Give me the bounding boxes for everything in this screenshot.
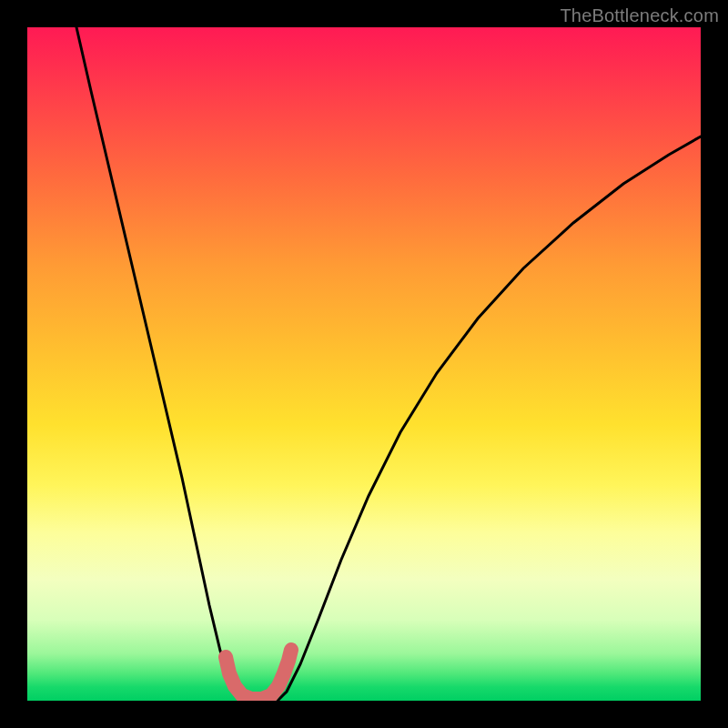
chart-plot-area [27, 27, 701, 701]
curve-left-branch [76, 27, 246, 701]
watermark-text: TheBottleneck.com [560, 5, 719, 26]
chart-svg [27, 27, 701, 701]
curve-bottom-lobe [226, 650, 291, 699]
curve-right-branch [278, 136, 701, 701]
